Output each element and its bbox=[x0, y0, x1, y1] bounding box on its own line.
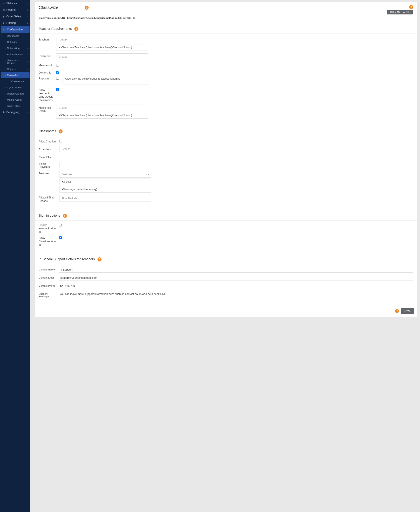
sidebar-item-label: Dashboard bbox=[7, 35, 19, 37]
class-filter-label: Class Filter bbox=[39, 155, 57, 159]
membership-checkbox[interactable] bbox=[56, 64, 59, 67]
contact-email-input[interactable] bbox=[59, 275, 413, 281]
time-periods-input[interactable]: Time Periods bbox=[59, 195, 151, 202]
copy-icon[interactable]: ⧉ bbox=[133, 17, 135, 19]
monitoring-tag[interactable]: ✕Classroom Teachers (classroom_teachers@… bbox=[56, 112, 148, 119]
feature-tag-focus[interactable]: ✕Focus bbox=[59, 179, 151, 185]
annotation-marker-1: 1 bbox=[85, 6, 89, 10]
sidebar-item-blockpage[interactable]: Block Page bbox=[0, 103, 30, 109]
classlink-label: Allow ClassLink sign in bbox=[39, 236, 57, 247]
classrooms-body: Allow Creation Exceptions Groups Class F… bbox=[35, 136, 417, 210]
section-title-support: In-School Support Details for Teachers 6 bbox=[35, 254, 417, 264]
sidebar-item-authentication[interactable]: Authentication› bbox=[0, 51, 30, 57]
panel-footer: 7 SAVE bbox=[35, 305, 417, 317]
sidebar-item-label: Configuration bbox=[7, 28, 22, 31]
ownership-label: Ownership bbox=[39, 70, 54, 74]
reporting-note-box[interactable]: Allow only the below groups to access re… bbox=[63, 76, 150, 84]
sidebar-item-networking[interactable]: Networking› bbox=[0, 45, 30, 51]
dot-icon bbox=[5, 36, 6, 36]
chevron-right-icon: › bbox=[27, 9, 28, 11]
sidebar-item-cybersafety[interactable]: ◈Cyber Safety › bbox=[0, 13, 30, 20]
chevron-right-icon: › bbox=[27, 68, 28, 70]
sidebar-item-walledgarden[interactable]: Walled Garden bbox=[0, 90, 30, 97]
dot-icon bbox=[5, 106, 6, 106]
dot-icon bbox=[5, 42, 6, 42]
remove-tag-icon[interactable]: ✕ bbox=[62, 188, 64, 191]
teachers-tag[interactable]: ✕Classroom Teachers (classroom_teachers@… bbox=[56, 44, 148, 51]
sidebar-item-calendar[interactable]: Calendar bbox=[0, 39, 30, 45]
allow-creation-label: Allow Creation bbox=[39, 139, 57, 143]
select-providers-label: Select Providers bbox=[39, 161, 57, 168]
remove-tag-icon[interactable]: ✕ bbox=[59, 114, 61, 117]
bug-icon: ✱ bbox=[2, 111, 5, 113]
remove-tag-icon[interactable]: ✕ bbox=[62, 180, 64, 183]
sidebar: ≡Statistics › ▤Reports › ◈Cyber Safety ›… bbox=[0, 0, 30, 512]
feature-tag-message[interactable]: ✕Message Student (one-way) bbox=[59, 186, 151, 193]
sidebar-item-objects[interactable]: Objects› bbox=[0, 66, 30, 72]
support-msg-input[interactable] bbox=[59, 291, 413, 297]
reporting-checkbox[interactable] bbox=[56, 77, 59, 80]
signin-url-label: Classwize sign-in URL: bbox=[39, 17, 67, 19]
panel-header: Classwize 1 2 LOGIN AS TEACHER Classwize… bbox=[35, 2, 417, 23]
sidebar-item-mobileagent[interactable]: Mobile Agent bbox=[0, 97, 30, 103]
allow-creation-checkbox[interactable] bbox=[59, 140, 62, 143]
section-title-signin: Sign in options 5 bbox=[35, 210, 417, 221]
login-as-teacher-button[interactable]: LOGIN AS TEACHER bbox=[387, 10, 413, 15]
sidebar-item-label: Walled Garden bbox=[7, 92, 24, 95]
sidebar-item-label: Objects bbox=[7, 68, 15, 70]
sidebar-item-debugging[interactable]: ✱Debugging › bbox=[0, 109, 30, 115]
teachers-label: Teachers bbox=[39, 37, 54, 41]
sidebar-item-label: Statistics bbox=[6, 2, 17, 5]
features-label: Features bbox=[39, 171, 57, 175]
chevron-right-icon: › bbox=[27, 2, 28, 5]
providers-input[interactable] bbox=[59, 162, 151, 168]
sidebar-item-label: Classwize bbox=[7, 74, 18, 76]
disable-auto-label: Disable automatic sign in bbox=[39, 224, 57, 234]
dot-icon bbox=[5, 87, 6, 88]
sidebar-item-label: Calendar bbox=[7, 41, 17, 43]
sidebar-item-classrooms[interactable]: Classrooms bbox=[4, 78, 30, 84]
monitoring-groups-input[interactable]: Groups bbox=[56, 105, 148, 111]
chevron-right-icon: › bbox=[27, 47, 28, 49]
classlink-checkbox[interactable] bbox=[59, 236, 62, 239]
sidebar-item-label: Cyber Safety bbox=[7, 86, 22, 89]
save-button[interactable]: SAVE bbox=[401, 308, 414, 314]
ownership-checkbox[interactable] bbox=[56, 71, 59, 74]
remove-tag-icon[interactable]: ✕ bbox=[59, 46, 61, 49]
features-select[interactable]: Features▾ bbox=[59, 171, 151, 178]
sidebar-item-label: Reports bbox=[6, 8, 15, 11]
sidebar-item-reports[interactable]: ▤Reports › bbox=[0, 7, 30, 13]
sidebar-item-label: Debugging bbox=[6, 111, 19, 114]
sidebar-item-dashboard[interactable]: Dashboard bbox=[0, 33, 30, 39]
sidebar-item-filtering[interactable]: ▼Filtering › bbox=[0, 20, 30, 26]
sidebar-item-configuration[interactable]: ✿Configuration ⌄ bbox=[1, 26, 30, 33]
contact-name-input[interactable] bbox=[59, 267, 413, 273]
disable-auto-checkbox[interactable] bbox=[59, 224, 62, 226]
filter-icon: ▼ bbox=[2, 22, 5, 24]
annotation-marker-3: 3 bbox=[74, 27, 78, 31]
sidebar-item-label: Networking bbox=[7, 47, 20, 49]
sidebar-item-cybersafety-sub[interactable]: Cyber Safety bbox=[0, 84, 30, 90]
sidebar-item-label: Block Page bbox=[7, 105, 20, 107]
sidebar-item-usersgroups[interactable]: Users and Groups› bbox=[0, 57, 30, 66]
signin-url-value: https://classwize.beta-1.linewize.net/lo… bbox=[67, 17, 131, 19]
allow-sync-checkbox[interactable] bbox=[56, 88, 59, 91]
sidebar-item-classwize[interactable]: Classwize⌄ bbox=[1, 72, 30, 78]
allowed-time-label: Allowed Time Periods bbox=[39, 195, 57, 203]
contact-phone-input[interactable] bbox=[59, 283, 413, 289]
sidebar-item-statistics[interactable]: ≡Statistics › bbox=[0, 0, 30, 7]
sidebar-item-label: Mobile Agent bbox=[7, 98, 22, 101]
contact-name-label: Contact Name bbox=[39, 267, 57, 271]
sidebar-item-label: Users and Groups bbox=[7, 59, 27, 64]
contact-email-label: Contact Email bbox=[39, 275, 57, 279]
exceptions-input[interactable]: Groups bbox=[59, 146, 151, 152]
sidebar-item-label: Cyber Safety bbox=[6, 15, 22, 18]
teachers-groups-input[interactable]: Groups bbox=[56, 37, 148, 43]
annotation-marker-5: 5 bbox=[63, 214, 67, 218]
signin-body: Disable automatic sign in Allow ClassLin… bbox=[35, 221, 417, 254]
restricted-groups-input[interactable]: Groups bbox=[56, 53, 148, 60]
annotation-marker-7: 7 bbox=[395, 309, 399, 313]
dot-icon bbox=[5, 69, 6, 70]
membership-label: Membership bbox=[39, 63, 54, 67]
dot-icon bbox=[5, 61, 6, 62]
